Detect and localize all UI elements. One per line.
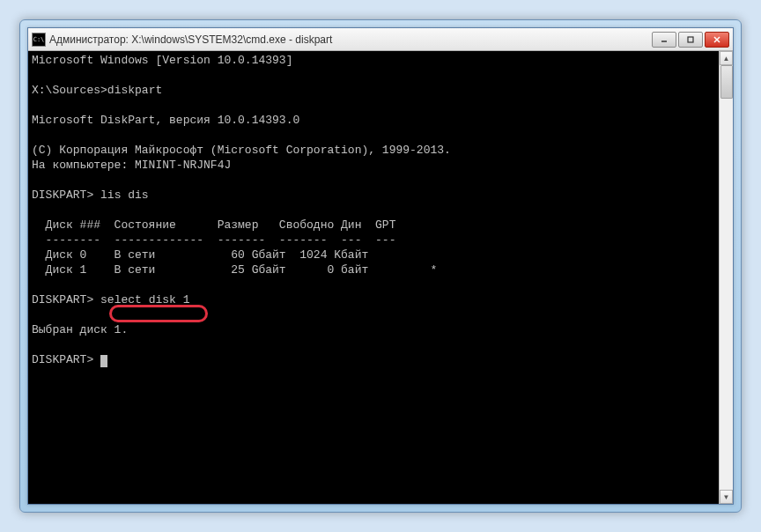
window-controls: [652, 32, 729, 48]
output-line: DISKPART> select disk 1: [32, 293, 189, 307]
output-line: (C) Корпорация Майкрософт (Microsoft Cor…: [32, 144, 451, 157]
window-outer-frame: C:\ Администратор: X:\windows\SYSTEM32\c…: [19, 19, 742, 513]
prompt-line: DISKPART>: [32, 353, 100, 366]
table-divider: -------- ------------- ------- ------- -…: [32, 233, 395, 247]
output-line: Microsoft DiskPart, версия 10.0.14393.0: [32, 114, 299, 127]
scroll-up-button[interactable]: ▲: [720, 51, 733, 65]
vertical-scrollbar[interactable]: ▲ ▼: [719, 51, 733, 504]
table-header: Диск ### Состояние Размер Свободно Дин G…: [32, 218, 395, 232]
console-area: Microsoft Windows [Version 10.0.14393] X…: [28, 51, 733, 504]
output-line: DISKPART> lis dis: [32, 188, 149, 202]
maximize-button[interactable]: [678, 32, 703, 48]
terminal-cursor: [100, 355, 107, 367]
scroll-thumb[interactable]: [720, 65, 733, 99]
output-line: Microsoft Windows [Version 10.0.14393]: [32, 54, 292, 67]
table-row: Диск 0 В сети 60 Gбайт 1024 Kбайт: [32, 248, 368, 262]
cmd-window: C:\ Администратор: X:\windows\SYSTEM32\c…: [27, 27, 734, 505]
output-line: X:\Sources>diskpart: [32, 84, 162, 97]
output-line: Выбран диск 1.: [32, 323, 128, 336]
minimize-button[interactable]: [652, 32, 676, 48]
close-button[interactable]: [705, 32, 729, 48]
svg-rect-1: [688, 37, 693, 42]
cmd-icon: C:\: [32, 33, 46, 47]
output-line: На компьютере: MININT-NRJNF4J: [32, 159, 231, 172]
window-title: Администратор: X:\windows\SYSTEM32\cmd.e…: [49, 33, 652, 46]
table-row: Диск 1 В сети 25 Gбайт 0 байт *: [32, 263, 437, 277]
console-output[interactable]: Microsoft Windows [Version 10.0.14393] X…: [28, 51, 719, 504]
titlebar[interactable]: C:\ Администратор: X:\windows\SYSTEM32\c…: [28, 28, 733, 51]
scroll-down-button[interactable]: ▼: [720, 490, 733, 504]
